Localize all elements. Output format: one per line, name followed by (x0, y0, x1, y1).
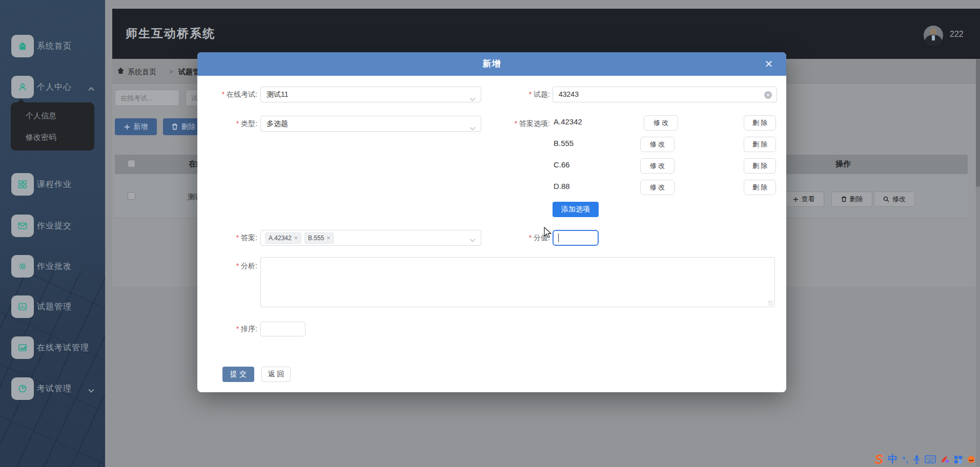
trash-icon (841, 196, 847, 202)
sogou-logo-icon[interactable]: S (874, 452, 883, 466)
screen: 系统首页 个人中心 个人信息 修改密码 课程作业 作业提交 (0, 0, 980, 467)
microphone-icon[interactable] (913, 455, 920, 464)
option-text: B.555 (554, 139, 574, 147)
scrollbar-thumb[interactable] (976, 59, 980, 187)
user-badge: 222 (950, 30, 964, 39)
online-exam-search-input[interactable] (115, 90, 179, 106)
question-input[interactable]: 43243 ✕ (553, 87, 777, 102)
option-delete-button[interactable]: 删 除 (744, 180, 776, 195)
breadcrumb-separator: > (169, 68, 173, 75)
answer-tag: A.42342× (265, 232, 301, 244)
submit-button[interactable]: 提 交 (222, 367, 254, 382)
sidebar-item-label: 作业批改 (37, 255, 72, 278)
sidebar-item-exam-management[interactable]: 考试管理 (0, 377, 105, 400)
option-edit-button[interactable]: 修 改 (644, 115, 678, 131)
area-chart-icon (11, 336, 34, 359)
option-delete-button[interactable]: 删 除 (744, 158, 776, 174)
chinese-mode-icon[interactable]: 中 (888, 453, 897, 466)
sidebar: 系统首页 个人中心 个人信息 修改密码 课程作业 作业提交 (0, 0, 105, 467)
analysis-textarea[interactable] (260, 257, 775, 307)
submenu-item-change-password[interactable]: 修改密码 (26, 127, 87, 147)
row-view-button[interactable]: 查看 (783, 192, 824, 207)
answer-label: *答案: (197, 234, 257, 243)
analysis-label: *分析: (197, 262, 257, 271)
add-button[interactable]: 新增 (115, 118, 157, 135)
chevron-down-icon (469, 235, 476, 244)
option-text: D.88 (554, 182, 570, 190)
sidebar-item-homework-review[interactable]: 作业批改 (0, 255, 105, 278)
brush-skin-icon[interactable] (941, 455, 949, 464)
punctuation-icon[interactable]: °, (902, 455, 908, 464)
sidebar-item-label: 试题管理 (37, 295, 72, 318)
option-edit-button[interactable]: 修 改 (640, 180, 675, 195)
modal-title: 新增 (197, 52, 786, 76)
option-delete-button[interactable]: 删 除 (744, 137, 776, 152)
question-label: *试题: (484, 90, 550, 99)
clear-icon[interactable]: ✕ (764, 91, 772, 99)
submenu-item-profile[interactable]: 个人信息 (26, 105, 87, 126)
select-all-checkbox[interactable] (128, 160, 135, 167)
answer-options-label: *答案选项: (484, 119, 550, 129)
online-exam-label: *在线考试: (197, 90, 257, 99)
app-title: 师生互动桥系统 (126, 26, 215, 41)
type-label: *类型: (197, 119, 257, 129)
sidebar-item-label: 个人中心 (37, 76, 72, 98)
back-button[interactable]: 返 回 (261, 367, 291, 382)
chevron-down-icon (469, 92, 476, 107)
magnifier-icon (883, 196, 889, 202)
sidebar-item-label: 课程作业 (37, 173, 72, 196)
tag-remove-icon[interactable]: × (326, 235, 330, 242)
chevron-down-icon (88, 386, 94, 395)
sidebar-item-online-exam-management[interactable]: 在线考试管理 (0, 336, 105, 359)
row-checkbox[interactable] (128, 192, 135, 200)
sidebar-item-label: 在线考试管理 (37, 336, 89, 359)
bar-chart-icon (11, 295, 34, 318)
trash-icon (172, 123, 178, 130)
mail-icon (11, 215, 34, 237)
score-label: *分值: (484, 234, 550, 243)
tag-remove-icon[interactable]: × (294, 235, 298, 242)
gear-icon (11, 255, 34, 278)
column-actions: 操作 (835, 159, 851, 169)
avatar[interactable] (924, 26, 943, 45)
chevron-down-icon (469, 121, 476, 136)
option-edit-button[interactable]: 修 改 (640, 137, 675, 152)
sidebar-item-home[interactable]: 系统首页 (0, 35, 105, 57)
score-input[interactable] (553, 230, 599, 246)
row-edit-button[interactable]: 修改 (874, 192, 915, 207)
sidebar-item-question-management[interactable]: 试题管理 (0, 295, 105, 318)
toolbox-grid-icon[interactable] (954, 455, 963, 464)
option-text: C.66 (554, 160, 570, 169)
home-icon (11, 35, 34, 57)
online-exam-select[interactable]: 测试11 (260, 87, 481, 102)
sidebar-item-personal-center[interactable]: 个人中心 (0, 76, 105, 98)
type-select[interactable]: 多选题 (260, 116, 481, 132)
input-method-tray: S 中 °, (874, 452, 980, 467)
row-delete-button[interactable]: 删除 (831, 192, 872, 207)
chevron-up-icon (88, 84, 94, 93)
option-edit-button[interactable]: 修 改 (640, 158, 675, 174)
personal-center-submenu: 个人信息 修改密码 (11, 102, 94, 151)
grid-icon (11, 173, 34, 196)
sidebar-item-label: 考试管理 (37, 377, 72, 400)
pie-chart-icon (11, 377, 34, 400)
sidebar-item-label: 系统首页 (37, 35, 72, 57)
scrollbar[interactable] (976, 59, 980, 467)
more-partial-icon[interactable] (967, 455, 975, 463)
sidebar-item-homework-submit[interactable]: 作业提交 (0, 215, 105, 237)
order-input[interactable] (260, 322, 305, 336)
keyboard-icon[interactable] (925, 455, 936, 463)
sidebar-item-course-homework[interactable]: 课程作业 (0, 173, 105, 196)
option-text: A.42342 (554, 117, 582, 126)
answer-tag: B.555× (304, 232, 334, 244)
plus-icon (124, 124, 130, 130)
user-icon (11, 76, 34, 98)
option-delete-button[interactable]: 删 除 (744, 115, 776, 131)
resize-grip[interactable] (768, 301, 773, 306)
answer-multiselect[interactable]: A.42342× B.555× (260, 230, 481, 246)
breadcrumb-home[interactable]: 系统首页 (128, 68, 156, 77)
plus-icon (793, 197, 799, 202)
add-option-button[interactable]: 添加选项 (553, 202, 599, 217)
sidebar-item-label: 作业提交 (37, 215, 72, 237)
close-icon[interactable]: ✕ (763, 58, 775, 70)
